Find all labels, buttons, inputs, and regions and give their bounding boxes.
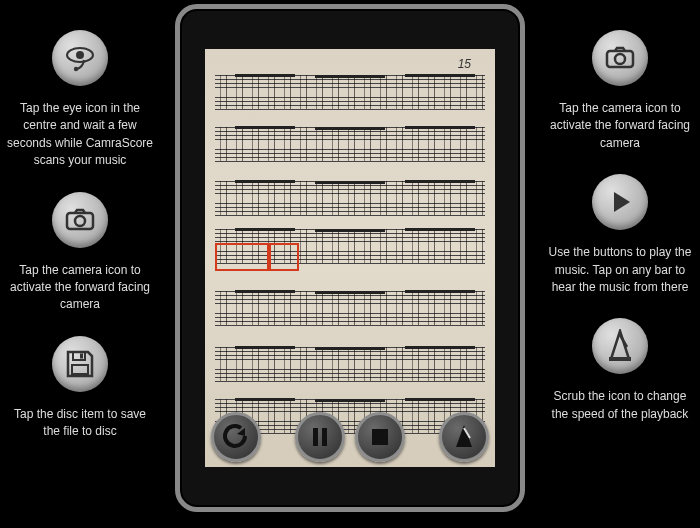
eye-note-icon <box>52 30 108 86</box>
feature-text: Use the buttons to play the music. Tap o… <box>546 244 694 296</box>
feature-text: Tap the camera icon to activate the forw… <box>546 100 694 152</box>
staff-system[interactable] <box>215 347 485 385</box>
beam <box>235 346 295 349</box>
note-glyphs <box>215 73 485 115</box>
feature-disc: Tap the disc item to save the file to di… <box>6 336 154 441</box>
svg-point-2 <box>74 67 78 71</box>
svg-point-4 <box>75 216 85 226</box>
right-feature-column: Tap the camera icon to activate the forw… <box>545 30 695 445</box>
camera-icon <box>592 30 648 86</box>
beam <box>315 181 385 184</box>
feature-text: Tap the eye icon in the centre and wait … <box>6 100 154 170</box>
feature-text: Tap the disc item to save the file to di… <box>6 406 154 441</box>
scan-highlight-box <box>215 243 269 271</box>
tablet-device: 15 <box>175 4 525 512</box>
left-feature-column: Tap the eye icon in the centre and wait … <box>5 30 155 463</box>
feature-metronome: Scrub the icon to change the speed of th… <box>546 318 694 423</box>
stop-button[interactable] <box>355 412 405 462</box>
svg-point-1 <box>76 51 84 59</box>
svg-rect-12 <box>313 428 318 446</box>
score-page-number: 15 <box>458 57 471 71</box>
svg-point-9 <box>615 54 625 64</box>
beam <box>405 398 475 401</box>
svg-rect-14 <box>372 429 388 445</box>
beam <box>405 228 475 231</box>
back-button[interactable] <box>211 412 261 462</box>
beam <box>235 398 295 401</box>
staff-system[interactable] <box>215 127 485 165</box>
note-glyphs <box>215 289 485 331</box>
staff-system[interactable] <box>215 75 485 113</box>
beam <box>235 290 295 293</box>
pause-button[interactable] <box>295 412 345 462</box>
beam <box>315 399 385 402</box>
beam <box>405 74 475 77</box>
beam <box>405 126 475 129</box>
playback-toolbar <box>205 409 495 465</box>
beam <box>315 229 385 232</box>
disc-icon <box>52 336 108 392</box>
play-icon <box>592 174 648 230</box>
scan-highlight-box <box>269 243 299 271</box>
beam <box>235 180 295 183</box>
feature-text: Scrub the icon to change the speed of th… <box>546 388 694 423</box>
beam <box>235 228 295 231</box>
feature-camera: Tap the camera icon to activate the forw… <box>6 192 154 314</box>
beam <box>405 290 475 293</box>
metronome-icon <box>592 318 648 374</box>
beam <box>315 291 385 294</box>
beam <box>315 75 385 78</box>
app-screen[interactable]: 15 <box>205 49 495 467</box>
feature-text: Tap the camera icon to activate the forw… <box>6 262 154 314</box>
beam <box>405 346 475 349</box>
metronome-button[interactable] <box>439 412 489 462</box>
beam <box>235 74 295 77</box>
svg-rect-11 <box>609 357 631 361</box>
camera-icon <box>52 192 108 248</box>
staff-system[interactable] <box>215 181 485 219</box>
beam <box>315 127 385 130</box>
svg-rect-7 <box>72 365 88 374</box>
note-glyphs <box>215 125 485 167</box>
beam <box>235 126 295 129</box>
feature-camera-r: Tap the camera icon to activate the forw… <box>546 30 694 152</box>
staff-system[interactable] <box>215 291 485 329</box>
beam <box>405 180 475 183</box>
beam <box>315 347 385 350</box>
note-glyphs <box>215 345 485 387</box>
note-glyphs <box>215 179 485 221</box>
svg-rect-6 <box>80 353 83 358</box>
svg-rect-13 <box>322 428 327 446</box>
feature-play: Use the buttons to play the music. Tap o… <box>546 174 694 296</box>
feature-eye: Tap the eye icon in the centre and wait … <box>6 30 154 170</box>
